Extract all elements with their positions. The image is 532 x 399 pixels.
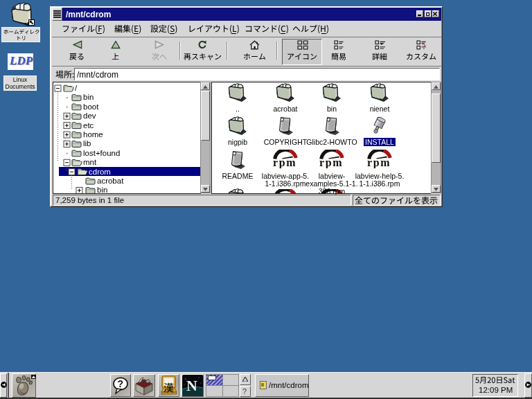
svg-text:rpm: rpm [273,157,296,168]
svg-text:N: N [186,377,197,394]
svg-text:bin: bin [83,93,94,101]
svg-text:boot: boot [83,103,99,111]
svg-text:lib: lib [83,139,91,148]
svg-text:dev: dev [83,112,96,120]
svg-text:rpm: rpm [319,157,343,168]
svg-text:/: / [75,84,78,92]
svg-text:home: home [83,130,103,139]
svg-text:acrobat: acrobat [97,177,124,185]
svg-text:bin: bin [97,186,107,193]
svg-text:cdrom: cdrom [89,168,111,176]
svg-text:lost+found: lost+found [83,149,120,157]
svg-text:mnt: mnt [83,158,97,166]
svg-text:rpm: rpm [367,157,391,168]
svg-text:etc: etc [83,121,94,130]
svg-text:?: ? [423,42,427,50]
svg-text:?: ? [118,378,124,389]
